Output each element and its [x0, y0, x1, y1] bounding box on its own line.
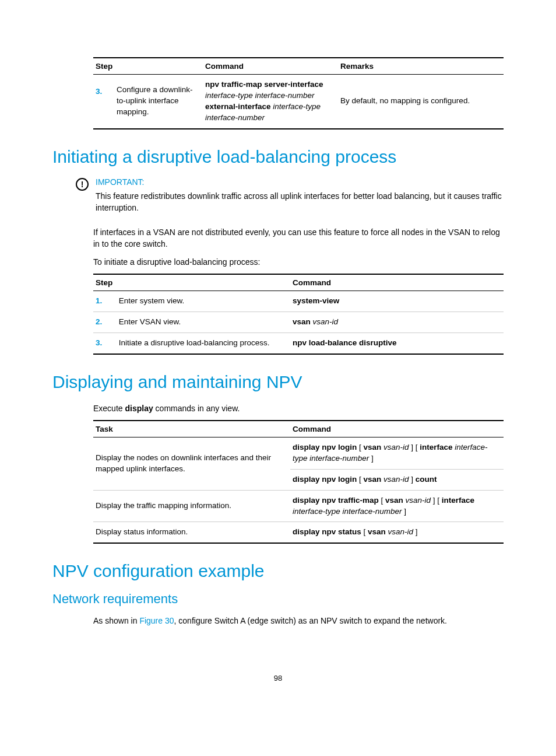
table-row: Display the traffic mapping information.… [93, 490, 504, 522]
paragraph: Execute display commands in any view. [93, 402, 504, 414]
command-cell: display npv traffic-map [ vsan vsan-id ]… [290, 490, 504, 522]
display-table: Task Command Display the nodes on downli… [93, 420, 504, 544]
table-row: 3. Configure a downlink-to-uplink interf… [93, 75, 504, 129]
col-remarks: Remarks [338, 58, 504, 75]
step-text: Configure a downlink-to-uplink interface… [114, 75, 203, 129]
col-command: Command [290, 274, 504, 291]
remarks-cell: By default, no mapping is configured. [338, 75, 504, 129]
important-icon: ! [76, 178, 89, 191]
col-command: Command [203, 58, 338, 75]
table-row: 3. Initiate a disruptive load-balancing … [93, 332, 504, 354]
important-text: This feature redistributes downlink traf… [96, 190, 504, 214]
col-step: Step [93, 58, 203, 75]
table-row: 2. Enter VSAN view. vsan vsan-id [93, 312, 504, 332]
command-cell: display npv login [ vsan vsan-id ] [ int… [290, 438, 504, 470]
mapping-table: Step Command Remarks 3. Configure a down… [93, 57, 504, 130]
table-row: Display status information. display npv … [93, 522, 504, 543]
heading-load-balancing: Initiating a disruptive load-balancing p… [52, 147, 504, 167]
col-step: Step [93, 274, 290, 291]
loadbalance-table: Step Command 1. Enter system view. syste… [93, 274, 504, 355]
heading-network-req: Network requirements [52, 592, 504, 607]
command-cell: display npv status [ vsan vsan-id ] [290, 522, 504, 543]
command-cell: display npv login [ vsan vsan-id ] count [290, 469, 504, 490]
table-row: Display the nodes on downlink interfaces… [93, 438, 504, 470]
page-number: 98 [52, 674, 504, 682]
step-number: 3. [96, 86, 108, 97]
important-note: ! IMPORTANT: This feature redistributes … [76, 177, 504, 214]
heading-displaying-npv: Displaying and maintaining NPV [52, 372, 504, 392]
figure-link[interactable]: Figure 30 [139, 616, 174, 625]
paragraph: To initiate a disruptive load-balancing … [93, 256, 504, 268]
table-row: 1. Enter system view. system-view [93, 291, 504, 312]
paragraph: As shown in Figure 30, configure Switch … [93, 615, 504, 626]
important-label: IMPORTANT: [96, 177, 504, 187]
heading-npv-example: NPV configuration example [52, 561, 504, 581]
paragraph: If interfaces in a VSAN are not distribu… [93, 226, 504, 250]
col-task: Task [93, 421, 290, 438]
command-cell: npv traffic-map server-interface interfa… [203, 75, 338, 129]
col-command: Command [290, 421, 504, 438]
